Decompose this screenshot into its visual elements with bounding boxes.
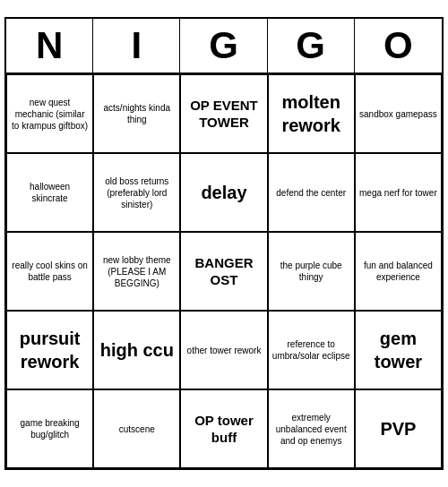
bingo-cell-12: BANGER OST [180, 232, 267, 311]
bingo-cell-22: OP tower buff [180, 389, 267, 468]
bingo-cell-0: new quest mechanic (similar to krampus g… [6, 74, 93, 153]
bingo-cell-10: really cool skins on battle pass [6, 232, 93, 311]
bingo-cell-18: reference to umbra/solar eclipse [268, 311, 355, 389]
bingo-cell-11: new lobby theme (PLEASE I AM BEGGING) [93, 232, 180, 311]
bingo-cell-7: delay [180, 153, 267, 232]
bingo-cell-3: molten rework [268, 74, 355, 153]
bingo-header: NIGGO [6, 19, 442, 74]
bingo-cell-14: fun and balanced experience [355, 232, 442, 311]
bingo-cell-16: high ccu [93, 311, 180, 389]
bingo-cell-6: old boss returns (preferably lord sinist… [93, 153, 180, 232]
bingo-card: NIGGO new quest mechanic (similar to kra… [4, 17, 444, 470]
bingo-cell-9: mega nerf for tower [355, 153, 442, 232]
bingo-cell-15: pursuit rework [6, 311, 93, 389]
header-letter-G: G [180, 19, 267, 73]
header-letter-G: G [268, 19, 355, 73]
bingo-cell-23: extremely unbalanced event and op enemys [268, 389, 355, 468]
bingo-cell-5: halloween skincrate [6, 153, 93, 232]
header-letter-N: N [6, 19, 93, 73]
bingo-cell-21: cutscene [93, 389, 180, 468]
bingo-grid: new quest mechanic (similar to krampus g… [6, 74, 442, 468]
bingo-cell-2: OP EVENT TOWER [180, 74, 267, 153]
header-letter-I: I [93, 19, 180, 73]
bingo-cell-13: the purple cube thingy [268, 232, 355, 311]
bingo-cell-19: gem tower [355, 311, 442, 389]
bingo-cell-4: sandbox gamepass [355, 74, 442, 153]
bingo-cell-17: other tower rework [180, 311, 267, 389]
bingo-cell-20: game breaking bug/glitch [6, 389, 93, 468]
bingo-cell-1: acts/nights kinda thing [93, 74, 180, 153]
bingo-cell-8: defend the center [268, 153, 355, 232]
bingo-cell-24: PVP [355, 389, 442, 468]
header-letter-O: O [355, 19, 442, 73]
